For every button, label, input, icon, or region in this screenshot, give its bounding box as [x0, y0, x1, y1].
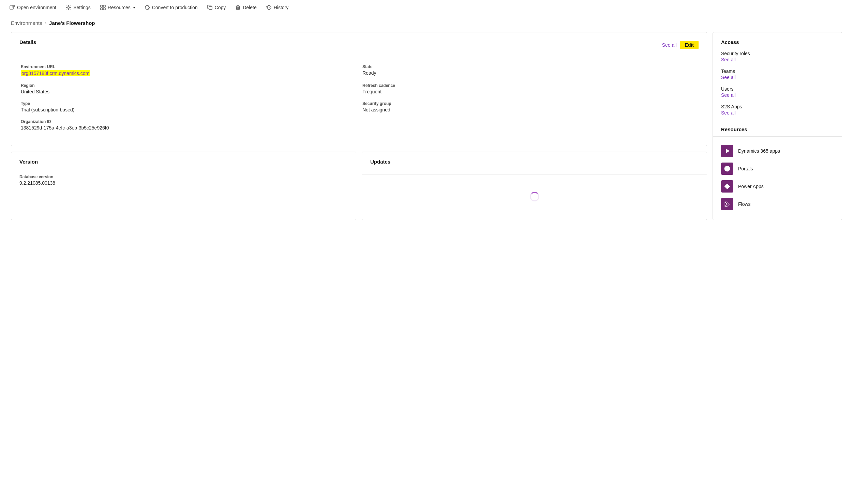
- users-title: Users: [721, 86, 834, 92]
- resources-chevron-icon: ▾: [133, 6, 135, 10]
- updates-loading-container: [370, 180, 699, 213]
- state-value: Ready: [362, 70, 697, 76]
- breadcrumb: Environments › Jane's Flowershop: [0, 15, 853, 29]
- security-roles-see-all-link[interactable]: See all: [721, 57, 736, 62]
- env-url-value[interactable]: org8157183f.crm.dynamics.com: [21, 70, 90, 76]
- resources-icon: [100, 5, 106, 10]
- history-icon: [266, 5, 272, 10]
- svg-marker-12: [724, 184, 730, 189]
- access-section-security-roles: Security roles See all: [721, 51, 834, 62]
- resource-item-flows[interactable]: Flows: [721, 195, 834, 213]
- type-field: Type Trial (subscription-based): [21, 101, 356, 112]
- access-section-users: Users See all: [721, 86, 834, 98]
- svg-rect-3: [103, 5, 105, 7]
- details-card: Details See all Edit Environment URL org…: [11, 32, 707, 146]
- dynamics365-label: Dynamics 365 apps: [738, 148, 780, 154]
- refresh-cadence-field: Refresh cadence Frequent: [362, 83, 697, 94]
- details-title: Details: [19, 39, 36, 45]
- env-url-field: Environment URL org8157183f.crm.dynamics…: [21, 64, 356, 76]
- flows-label: Flows: [738, 201, 751, 207]
- settings-button[interactable]: Settings: [62, 3, 95, 12]
- refresh-cadence-value: Frequent: [362, 89, 697, 94]
- resources-button[interactable]: Resources ▾: [96, 3, 139, 12]
- refresh-cadence-label: Refresh cadence: [362, 83, 697, 88]
- bottom-section: Version Database version 9.2.21085.00138…: [11, 152, 707, 220]
- svg-marker-8: [726, 149, 730, 153]
- state-field: State Ready: [362, 64, 697, 76]
- s2s-apps-title: S2S Apps: [721, 104, 834, 109]
- history-button[interactable]: History: [262, 3, 293, 12]
- security-group-label: Security group: [362, 101, 697, 106]
- delete-icon: [235, 5, 241, 10]
- users-see-all-link[interactable]: See all: [721, 92, 736, 98]
- portals-icon: [721, 163, 733, 175]
- details-grid: Environment URL org8157183f.crm.dynamics…: [19, 62, 699, 133]
- access-card: Access Security roles See all Teams See …: [713, 32, 842, 220]
- svg-rect-5: [103, 8, 105, 10]
- details-see-all-link[interactable]: See all: [662, 42, 677, 48]
- svg-rect-2: [101, 5, 103, 7]
- version-title: Version: [19, 159, 38, 165]
- open-environment-button[interactable]: Open environment: [5, 3, 60, 12]
- security-group-value: Not assigned: [362, 107, 697, 112]
- version-card: Version Database version 9.2.21085.00138: [11, 152, 356, 220]
- edit-button[interactable]: Edit: [680, 41, 699, 49]
- portals-label: Portals: [738, 166, 753, 171]
- teams-title: Teams: [721, 68, 834, 74]
- resource-item-power-apps[interactable]: Power Apps: [721, 178, 834, 195]
- type-value: Trial (subscription-based): [21, 107, 356, 112]
- updates-card: Updates: [362, 152, 707, 220]
- delete-button[interactable]: Delete: [231, 3, 260, 12]
- resource-item-dynamics365[interactable]: Dynamics 365 apps: [721, 142, 834, 160]
- org-id-value: 1381529d-175a-4efc-a3eb-3b5c25e926f0: [21, 125, 697, 131]
- access-section-teams: Teams See all: [721, 68, 834, 80]
- breadcrumb-separator: ›: [45, 20, 46, 26]
- power-apps-icon: [721, 180, 733, 193]
- env-url-label: Environment URL: [21, 64, 356, 69]
- convert-icon: [145, 5, 150, 10]
- power-apps-label: Power Apps: [738, 184, 764, 189]
- svg-rect-6: [209, 6, 212, 10]
- convert-button[interactable]: Convert to production: [140, 3, 202, 12]
- version-divider: [11, 169, 356, 169]
- state-label: State: [362, 64, 697, 69]
- details-actions: See all Edit: [662, 41, 699, 49]
- resources-section: Resources Dynamics 365 apps: [721, 126, 834, 213]
- access-title: Access: [721, 39, 739, 45]
- details-divider: [11, 56, 707, 56]
- svg-rect-4: [101, 8, 103, 10]
- copy-button[interactable]: Copy: [203, 3, 230, 12]
- access-divider: [713, 45, 842, 45]
- resource-item-portals[interactable]: Portals: [721, 160, 834, 178]
- resources-title: Resources: [721, 126, 747, 132]
- s2s-apps-see-all-link[interactable]: See all: [721, 110, 736, 116]
- main-content: Details See all Edit Environment URL org…: [0, 29, 853, 231]
- security-group-field: Security group Not assigned: [362, 101, 697, 112]
- teams-see-all-link[interactable]: See all: [721, 75, 736, 80]
- org-id-label: Organization ID: [21, 119, 697, 124]
- access-section-s2s-apps: S2S Apps See all: [721, 104, 834, 116]
- updates-title: Updates: [370, 159, 699, 165]
- type-label: Type: [21, 101, 356, 106]
- copy-icon: [207, 5, 213, 10]
- toolbar: Open environment Settings Resources ▾: [0, 0, 853, 15]
- updates-divider: [362, 174, 707, 174]
- loading-spinner: [530, 192, 539, 201]
- breadcrumb-current: Jane's Flowershop: [49, 20, 95, 26]
- open-environment-icon: [10, 5, 15, 10]
- resources-divider: [713, 136, 842, 137]
- flows-icon: [721, 198, 733, 210]
- dynamics365-icon: [721, 145, 733, 157]
- db-version-value: 9.2.21085.00138: [19, 180, 348, 186]
- region-field: Region United States: [21, 83, 356, 94]
- breadcrumb-environments-link[interactable]: Environments: [11, 20, 42, 26]
- org-id-field: Organization ID 1381529d-175a-4efc-a3eb-…: [21, 119, 697, 131]
- db-version-field: Database version 9.2.21085.00138: [19, 174, 348, 186]
- region-label: Region: [21, 83, 356, 88]
- db-version-label: Database version: [19, 174, 348, 179]
- svg-point-1: [68, 7, 70, 9]
- settings-icon: [66, 5, 71, 10]
- region-value: United States: [21, 89, 356, 94]
- details-header: Details See all Edit: [19, 39, 699, 50]
- security-roles-title: Security roles: [721, 51, 834, 56]
